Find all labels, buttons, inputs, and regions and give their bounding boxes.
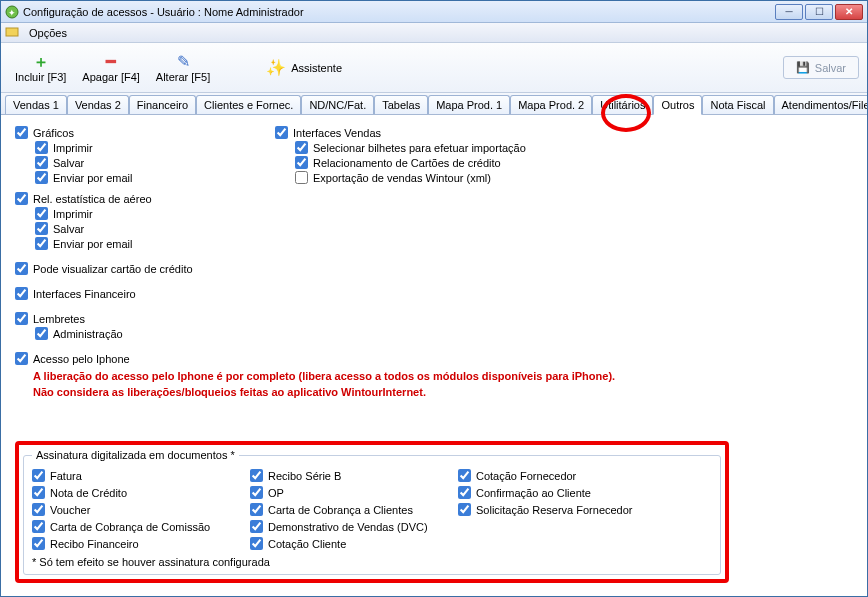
wand-icon: ✨	[266, 59, 286, 77]
warning-line1: A liberação do acesso pelo Iphone é por …	[15, 370, 255, 382]
menu-icon	[5, 25, 19, 41]
cb-administracao[interactable]: Administração	[15, 326, 255, 341]
incluir-label: Incluir [F3]	[15, 71, 66, 83]
edit-icon: ✎	[177, 53, 190, 71]
tab-mapaprod1[interactable]: Mapa Prod. 1	[428, 95, 510, 114]
cb-voucher[interactable]: Voucher	[32, 501, 232, 518]
cb-op[interactable]: OP	[250, 484, 440, 501]
cb-iphone[interactable]: Acesso pelo Iphone	[15, 351, 255, 366]
cb-graficos-salvar[interactable]: Salvar	[15, 155, 255, 170]
tab-atendfiles[interactable]: Atendimentos/Files	[774, 95, 868, 114]
signature-legend: Assinatura digitalizada em documentos *	[32, 449, 239, 461]
apagar-button[interactable]: ━ Apagar [F4]	[76, 51, 145, 85]
plus-icon: ＋	[33, 53, 49, 71]
cb-solic-reserva[interactable]: Solicitação Reserva Fornecedor	[458, 501, 633, 518]
cb-dvc[interactable]: Demonstrativo de Vendas (DVC)	[250, 518, 440, 535]
cb-interfaces-vendas[interactable]: Interfaces Vendas	[275, 125, 853, 140]
alterar-button[interactable]: ✎ Alterar [F5]	[150, 51, 216, 85]
menu-opcoes[interactable]: Opções	[23, 25, 73, 41]
assistente-button[interactable]: ✨ Assistente	[260, 57, 348, 79]
cb-carta-comissao[interactable]: Carta de Cobrança de Comissão	[32, 518, 232, 535]
cb-selecionar-bilhetes[interactable]: Selecionar bilhetes para efetuar importa…	[275, 140, 853, 155]
cb-aereo-imprimir[interactable]: Imprimir	[15, 206, 255, 221]
cb-cotacao-cliente[interactable]: Cotação Cliente	[250, 535, 440, 552]
cb-cotacao-forn[interactable]: Cotação Fornecedor	[458, 467, 633, 484]
cb-graficos-imprimir[interactable]: Imprimir	[15, 140, 255, 155]
tab-tabelas[interactable]: Tabelas	[374, 95, 428, 114]
cb-fatura[interactable]: Fatura	[32, 467, 232, 484]
cb-interfaces-fin[interactable]: Interfaces Financeiro	[15, 286, 255, 301]
minimize-button[interactable]: ─	[775, 4, 803, 20]
close-button[interactable]: ✕	[835, 4, 863, 20]
assistente-label: Assistente	[291, 62, 342, 74]
save-icon: 💾	[796, 61, 810, 74]
minus-icon: ━	[106, 53, 116, 71]
tab-mapaprod2[interactable]: Mapa Prod. 2	[510, 95, 592, 114]
tab-clientes[interactable]: Clientes e Fornec.	[196, 95, 301, 114]
cb-aereo-email[interactable]: Enviar por email	[15, 236, 255, 251]
salvar-button[interactable]: 💾 Salvar	[783, 56, 859, 79]
cb-export-wintour[interactable]: Exportação de vendas Wintour (xml)	[275, 170, 853, 185]
svg-text:✦: ✦	[8, 8, 16, 18]
cb-nota-credito[interactable]: Nota de Crédito	[32, 484, 232, 501]
app-icon: ✦	[5, 5, 19, 19]
cb-recibo-b[interactable]: Recibo Série B	[250, 467, 440, 484]
cb-aereo-salvar[interactable]: Salvar	[15, 221, 255, 236]
incluir-button[interactable]: ＋ Incluir [F3]	[9, 51, 72, 85]
tab-notafiscal[interactable]: Nota Fiscal	[702, 95, 773, 114]
tab-outros[interactable]: Outros	[653, 95, 702, 115]
tab-content: Gráficos Imprimir Salvar Enviar por emai…	[1, 115, 867, 595]
salvar-label: Salvar	[815, 62, 846, 74]
menubar: Opções	[1, 23, 867, 43]
signature-highlight-box: Assinatura digitalizada em documentos * …	[15, 441, 729, 583]
tab-financeiro[interactable]: Financeiro	[129, 95, 196, 114]
cb-relac-cartoes[interactable]: Relacionamento de Cartões de crédito	[275, 155, 853, 170]
signature-fieldset: Assinatura digitalizada em documentos * …	[23, 449, 721, 575]
cb-recibo-fin[interactable]: Recibo Financeiro	[32, 535, 232, 552]
tabstrip: Vendas 1 Vendas 2 Financeiro Clientes e …	[1, 93, 867, 115]
warning-line2: Não considera as liberações/bloqueios fe…	[15, 386, 255, 398]
cb-lembretes[interactable]: Lembretes	[15, 311, 255, 326]
cb-graficos-email[interactable]: Enviar por email	[15, 170, 255, 185]
tab-utilitarios[interactable]: Utilitários	[592, 95, 653, 114]
cb-confirm-cliente[interactable]: Confirmação ao Cliente	[458, 484, 633, 501]
window-title: Configuração de acessos - Usuário : Nome…	[23, 6, 775, 18]
titlebar: ✦ Configuração de acessos - Usuário : No…	[1, 1, 867, 23]
tab-vendas2[interactable]: Vendas 2	[67, 95, 129, 114]
cb-carta-clientes[interactable]: Carta de Cobrança a Clientes	[250, 501, 440, 518]
signature-footnote: * Só tem efeito se houver assinatura con…	[32, 556, 712, 568]
cb-cartao[interactable]: Pode visualizar cartão de crédito	[15, 261, 255, 276]
tab-ndncfat[interactable]: ND/NC/Fat.	[301, 95, 374, 114]
apagar-label: Apagar [F4]	[82, 71, 139, 83]
toolbar: ＋ Incluir [F3] ━ Apagar [F4] ✎ Alterar […	[1, 43, 867, 93]
alterar-label: Alterar [F5]	[156, 71, 210, 83]
svg-rect-2	[6, 28, 18, 36]
tab-vendas1[interactable]: Vendas 1	[5, 95, 67, 114]
cb-graficos[interactable]: Gráficos	[15, 125, 255, 140]
maximize-button[interactable]: ☐	[805, 4, 833, 20]
cb-rel-aereo[interactable]: Rel. estatística de aéreo	[15, 191, 255, 206]
